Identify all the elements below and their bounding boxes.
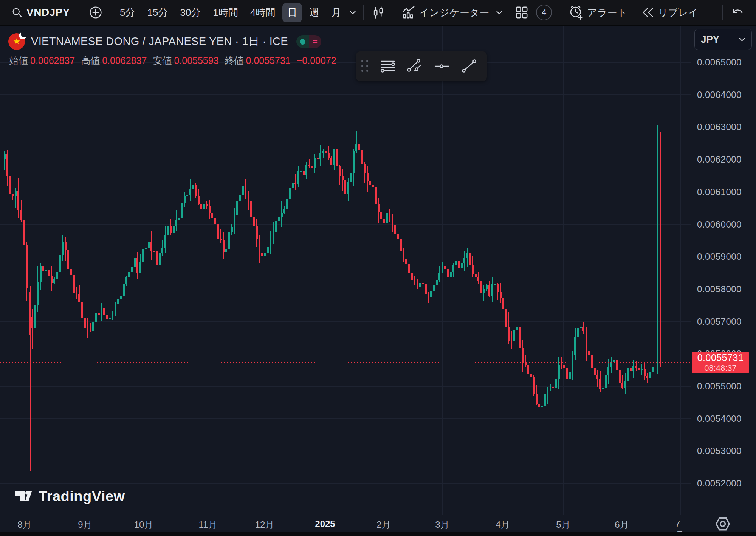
layout-count: 4 [542, 8, 546, 17]
close-value: 0.0055731 [246, 55, 291, 66]
candlestick-chart-canvas[interactable] [0, 26, 691, 515]
symbol-name: VNDJPY [26, 6, 70, 19]
interval-button-週[interactable]: 週 [304, 3, 324, 22]
bar-countdown: 08:48:37 [704, 363, 737, 373]
price-tick-label: 0.0060000 [697, 219, 742, 230]
chart-style-button[interactable] [367, 3, 389, 22]
time-axis-label-6月: 6月 [615, 519, 629, 531]
indicators-menu-button[interactable] [494, 3, 505, 22]
open-value: 0.0062837 [30, 55, 75, 66]
price-tick-label: 0.0055000 [697, 381, 742, 392]
price-tick-label: 0.0052000 [697, 478, 742, 489]
time-axis-label-11月: 11月 [199, 519, 217, 531]
chevron-down-icon [739, 37, 745, 42]
low-value: 0.0055593 [174, 55, 218, 66]
currency-select[interactable]: JPY [694, 29, 752, 50]
time-axis-label-4月: 4月 [496, 519, 510, 531]
chart-pane: ★ VIETNAMESE DONG / JAPANESE YEN · 1日 · … [0, 26, 691, 515]
price-tick-label: 0.0057000 [697, 316, 742, 327]
undo-button[interactable] [727, 3, 749, 22]
tradingview-app: VNDJPY 5分15分30分1時間4時間日週月 インジケーター [0, 0, 756, 536]
floating-drawing-toolbar [356, 51, 487, 81]
tradingview-logo-mark [14, 488, 33, 505]
interval-button-1時間[interactable]: 1時間 [208, 3, 243, 22]
replay-button[interactable]: リプレイ [637, 3, 703, 22]
ohlc-row: 始値 0.0062837 高値 0.0062837 安値 0.0055593 終… [9, 54, 336, 67]
multi-horizontal-lines-icon [379, 59, 396, 74]
time-axis-label-10月: 10月 [134, 519, 153, 531]
main-area: ★ VIETNAMESE DONG / JAPANESE YEN · 1日 · … [0, 26, 756, 515]
market-open-status-icon [296, 35, 309, 48]
trend-line-icon [461, 59, 477, 74]
interval-button-30分[interactable]: 30分 [175, 3, 206, 22]
layout-count-badge[interactable]: 4 [536, 5, 552, 20]
high-value: 0.0062837 [102, 55, 147, 66]
time-axis-label-12月: 12月 [255, 519, 274, 531]
tradingview-logo[interactable]: TradingView [14, 488, 125, 505]
indicators-button[interactable]: インジケーター [397, 3, 494, 22]
horizontal-line-icon [434, 59, 450, 74]
vietnam-flag-icon: ★ [8, 33, 25, 50]
alert-clock-plus-icon [569, 5, 583, 20]
price-tick-label: 0.0054000 [697, 414, 742, 424]
open-label: 始値 [9, 54, 28, 67]
change-value: −0.00072 [297, 55, 336, 66]
plus-circle-icon [89, 6, 102, 19]
time-axis-label-9月: 9月 [78, 519, 92, 531]
market-status-pill[interactable]: ≈ [296, 35, 321, 48]
layout-button[interactable] [510, 3, 533, 22]
drag-handle[interactable] [361, 60, 369, 72]
price-tick-label: 0.0062000 [697, 154, 742, 165]
top-toolbar: VNDJPY 5分15分30分1時間4時間日週月 インジケーター [0, 0, 756, 25]
chevron-down-icon [349, 10, 356, 15]
delayed-data-icon: ≈ [309, 35, 321, 48]
chevron-down-icon [496, 10, 503, 15]
time-axis-label-8月: 8月 [17, 519, 31, 531]
replay-rewind-icon [641, 7, 654, 18]
multi-horizontal-lines-tool[interactable] [374, 54, 401, 78]
chart-settings-icon[interactable] [714, 515, 731, 533]
candlestick-style-icon [372, 6, 385, 19]
symbol-header: ★ VIETNAMESE DONG / JAPANESE YEN · 1日 · … [8, 33, 321, 50]
alert-label: アラート [587, 6, 627, 19]
indicators-icon [402, 6, 415, 19]
price-tick-label: 0.0061000 [697, 187, 742, 197]
replay-label: リプレイ [658, 6, 698, 19]
layout-grid-icon [515, 6, 528, 19]
interval-button-4時間[interactable]: 4時間 [245, 3, 280, 22]
price-tick-label: 0.0063000 [697, 122, 742, 132]
symbol-search-button[interactable]: VNDJPY [7, 3, 74, 22]
horizontal-line-tool[interactable] [428, 54, 455, 78]
interval-menu-button[interactable] [346, 3, 359, 22]
parallel-channel-tool[interactable] [401, 54, 428, 78]
indicators-label: インジケーター [419, 6, 489, 19]
toolbar-divider [363, 5, 364, 20]
interval-button-5分[interactable]: 5分 [115, 3, 140, 22]
compare-add-button[interactable] [84, 3, 107, 22]
last-price-label: 0.0055731 08:48:37 [692, 352, 749, 373]
interval-button-日[interactable]: 日 [282, 3, 302, 22]
interval-button-月[interactable]: 月 [326, 3, 346, 22]
alert-button[interactable]: アラート [564, 3, 632, 22]
currency-value: JPY [701, 34, 719, 45]
toolbar-divider [111, 5, 111, 20]
interval-group: 5分15分30分1時間4時間日週月 [115, 3, 346, 22]
price-tick-label: 0.0058000 [697, 284, 742, 294]
price-tick-label: 0.0065000 [697, 57, 742, 68]
toolbar-divider [558, 5, 558, 20]
interval-button-15分[interactable]: 15分 [143, 3, 173, 22]
time-axis-label-3月: 3月 [435, 519, 449, 531]
last-price-value: 0.0055731 [697, 352, 744, 363]
time-axis-row: 8月9月10月11月12月20252月3月4月5月6月7月 [0, 515, 756, 532]
price-axis[interactable]: JPY 0.00650000.00640000.00630000.0062000… [691, 26, 756, 515]
low-label: 安値 [153, 54, 172, 67]
time-axis-corner [691, 515, 756, 532]
time-axis-label-5月: 5月 [556, 519, 570, 531]
high-label: 高値 [81, 54, 100, 67]
toolbar-divider [393, 5, 393, 20]
trend-line-tool[interactable] [455, 54, 483, 78]
time-axis-label-2月: 2月 [376, 519, 390, 531]
time-axis[interactable]: 8月9月10月11月12月20252月3月4月5月6月7月 [0, 515, 691, 532]
close-label: 終値 [225, 54, 244, 67]
symbol-title[interactable]: VIETNAMESE DONG / JAPANESE YEN · 1日 · IC… [31, 34, 288, 49]
